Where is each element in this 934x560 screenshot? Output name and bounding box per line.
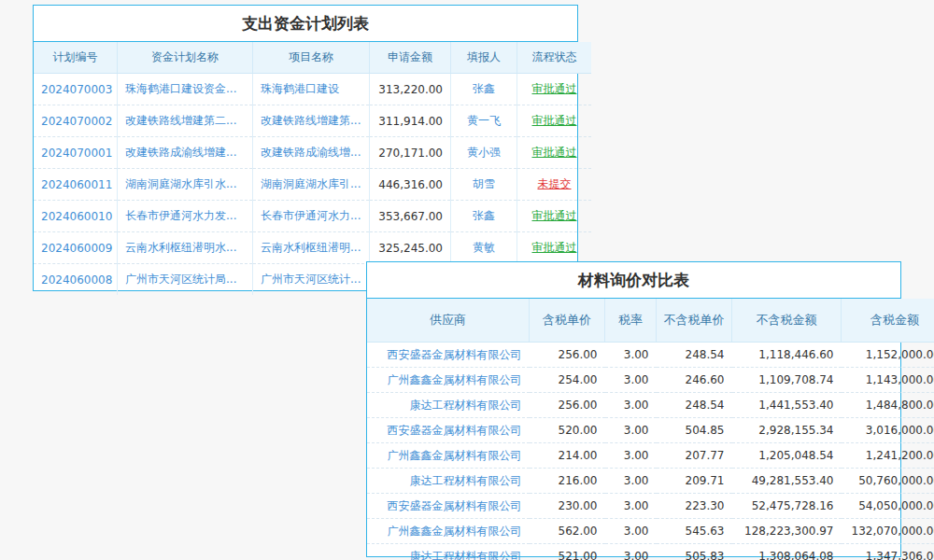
material-cell-unit_price_no_tax: 209.71 xyxy=(657,469,732,494)
expense-cell-amount: 446,316.00 xyxy=(370,169,451,201)
material-cell-amount_no_tax: 1,118,446.60 xyxy=(732,343,842,368)
material-inquiry-panel: 材料询价对比表 供应商含税单价税率不含税单价不含税金额含税金额 西安盛器金属材料… xyxy=(366,261,901,557)
material-cell-tax_rate: 3.00 xyxy=(605,368,657,393)
expense-column-header-status: 流程状态 xyxy=(517,42,592,74)
expense-plan-panel: 支出资金计划列表 计划编号资金计划名称项目名称申请金额填报人流程状态 20240… xyxy=(33,5,578,291)
expense-cell-fund_name[interactable]: 湖南洞庭湖水库引水... xyxy=(118,169,253,201)
material-cell-amount_no_tax: 1,441,553.40 xyxy=(732,393,842,418)
material-cell-unit_price_tax: 256.00 xyxy=(530,343,605,368)
material-cell-unit_price_no_tax: 223.30 xyxy=(657,494,732,519)
expense-column-header-amount: 申请金额 xyxy=(370,42,451,74)
material-cell-amount_tax: 1,241,200.00 xyxy=(842,443,934,469)
material-cell-amount_tax: 3,016,000.00 xyxy=(842,418,934,443)
material-cell-unit_price_no_tax: 505.83 xyxy=(657,544,732,560)
expense-cell-amount: 270,171.00 xyxy=(370,137,451,169)
expense-cell-amount: 313,220.00 xyxy=(370,74,451,105)
material-cell-tax_rate: 3.00 xyxy=(605,343,657,368)
material-cell-tax_rate: 3.00 xyxy=(605,443,657,469)
material-row: 广州鑫鑫金属材料有限公司562.003.00545.63128,223,300.… xyxy=(367,519,934,544)
expense-column-header-reporter: 填报人 xyxy=(451,42,517,74)
expense-cell-plan_no[interactable]: 2024060010 xyxy=(34,201,118,232)
expense-cell-project_name[interactable]: 改建铁路成渝线增... xyxy=(253,137,370,169)
expense-cell-status[interactable]: 审批通过 xyxy=(517,201,592,232)
expense-panel-title: 支出资金计划列表 xyxy=(34,6,577,42)
material-cell-tax_rate: 3.00 xyxy=(605,544,657,560)
expense-header-row: 计划编号资金计划名称项目名称申请金额填报人流程状态 xyxy=(34,42,591,74)
material-cell-unit_price_tax: 230.00 xyxy=(530,494,605,519)
expense-cell-reporter[interactable]: 胡雪 xyxy=(451,169,517,201)
material-cell-tax_rate: 3.00 xyxy=(605,418,657,443)
material-cell-supplier[interactable]: 西安盛器金属材料有限公司 xyxy=(367,343,530,368)
material-cell-supplier[interactable]: 康达工程材料有限公司 xyxy=(367,544,530,560)
expense-cell-fund_name[interactable]: 广州市天河区统计局... xyxy=(118,264,253,296)
expense-cell-fund_name[interactable]: 云南水利枢纽潜明水... xyxy=(118,232,253,264)
material-row: 西安盛器金属材料有限公司520.003.00504.852,928,155.34… xyxy=(367,418,934,443)
expense-row: 2024060011湖南洞庭湖水库引水...湖南洞庭湖水库引...446,316… xyxy=(34,169,591,201)
material-cell-supplier[interactable]: 广州鑫鑫金属材料有限公司 xyxy=(367,519,530,544)
expense-cell-reporter[interactable]: 张鑫 xyxy=(451,74,517,105)
expense-column-header-project_name: 项目名称 xyxy=(253,42,370,74)
material-cell-supplier[interactable]: 康达工程材料有限公司 xyxy=(367,469,530,494)
expense-cell-fund_name[interactable]: 改建铁路线增建第二... xyxy=(118,105,253,137)
material-cell-amount_no_tax: 128,223,300.97 xyxy=(732,519,842,544)
material-cell-tax_rate: 3.00 xyxy=(605,494,657,519)
expense-cell-plan_no[interactable]: 2024070002 xyxy=(34,105,118,137)
material-panel-title: 材料询价对比表 xyxy=(367,262,900,299)
expense-cell-fund_name[interactable]: 长春市伊通河水力发... xyxy=(118,201,253,232)
material-column-header-supplier: 供应商 xyxy=(367,299,530,343)
material-cell-unit_price_no_tax: 545.63 xyxy=(657,519,732,544)
expense-cell-reporter[interactable]: 黄小强 xyxy=(451,137,517,169)
material-column-header-tax_rate: 税率 xyxy=(605,299,657,343)
expense-cell-amount: 311,914.00 xyxy=(370,105,451,137)
expense-cell-project_name[interactable]: 改建铁路线增建第... xyxy=(253,105,370,137)
expense-cell-fund_name[interactable]: 改建铁路成渝线增建... xyxy=(118,137,253,169)
material-cell-supplier[interactable]: 西安盛器金属材料有限公司 xyxy=(367,494,530,519)
material-row: 康达工程材料有限公司216.003.00209.7149,281,553.405… xyxy=(367,469,934,494)
material-inquiry-table: 供应商含税单价税率不含税单价不含税金额含税金额 西安盛器金属材料有限公司256.… xyxy=(367,299,934,560)
material-cell-supplier[interactable]: 广州鑫鑫金属材料有限公司 xyxy=(367,368,530,393)
material-cell-supplier[interactable]: 广州鑫鑫金属材料有限公司 xyxy=(367,443,530,469)
material-row: 康达工程材料有限公司256.003.00248.541,441,553.401,… xyxy=(367,393,934,418)
material-cell-supplier[interactable]: 康达工程材料有限公司 xyxy=(367,393,530,418)
material-row: 康达工程材料有限公司521.003.00505.831,308,064.081,… xyxy=(367,544,934,560)
expense-cell-status[interactable]: 审批通过 xyxy=(517,232,592,264)
expense-cell-status[interactable]: 审批通过 xyxy=(517,105,592,137)
expense-row: 2024070002改建铁路线增建第二...改建铁路线增建第...311,914… xyxy=(34,105,591,137)
expense-cell-plan_no[interactable]: 2024060011 xyxy=(34,169,118,201)
material-column-header-amount_no_tax: 不含税金额 xyxy=(732,299,842,343)
material-cell-unit_price_tax: 256.00 xyxy=(530,393,605,418)
expense-cell-status[interactable]: 审批通过 xyxy=(517,137,592,169)
material-cell-unit_price_no_tax: 246.60 xyxy=(657,368,732,393)
material-column-header-amount_tax: 含税金额 xyxy=(842,299,934,343)
expense-cell-status[interactable]: 审批通过 xyxy=(517,74,592,105)
material-cell-unit_price_tax: 214.00 xyxy=(530,443,605,469)
expense-cell-plan_no[interactable]: 2024060008 xyxy=(34,264,118,296)
expense-cell-project_name[interactable]: 珠海鹤港口建设 xyxy=(253,74,370,105)
expense-cell-reporter[interactable]: 张鑫 xyxy=(451,201,517,232)
material-cell-supplier[interactable]: 西安盛器金属材料有限公司 xyxy=(367,418,530,443)
material-cell-amount_no_tax: 1,205,048.54 xyxy=(732,443,842,469)
material-cell-amount_no_tax: 52,475,728.16 xyxy=(732,494,842,519)
expense-row: 2024070001改建铁路成渝线增建...改建铁路成渝线增...270,171… xyxy=(34,137,591,169)
material-column-header-unit_price_no_tax: 不含税单价 xyxy=(657,299,732,343)
material-row: 广州鑫鑫金属材料有限公司254.003.00246.601,109,708.74… xyxy=(367,368,934,393)
material-cell-unit_price_no_tax: 207.77 xyxy=(657,443,732,469)
expense-cell-plan_no[interactable]: 2024070001 xyxy=(34,137,118,169)
expense-column-header-fund_name: 资金计划名称 xyxy=(118,42,253,74)
expense-cell-plan_no[interactable]: 2024060009 xyxy=(34,232,118,264)
expense-cell-reporter[interactable]: 黄敏 xyxy=(451,232,517,264)
expense-row: 2024070003珠海鹤港口建设资金...珠海鹤港口建设313,220.00张… xyxy=(34,74,591,105)
material-row: 广州鑫鑫金属材料有限公司214.003.00207.771,205,048.54… xyxy=(367,443,934,469)
expense-cell-project_name[interactable]: 湖南洞庭湖水库引... xyxy=(253,169,370,201)
expense-cell-project_name[interactable]: 长春市伊通河水力... xyxy=(253,201,370,232)
material-column-header-unit_price_tax: 含税单价 xyxy=(530,299,605,343)
expense-cell-status[interactable]: 未提交 xyxy=(517,169,592,201)
expense-cell-project_name[interactable]: 云南水利枢纽潜明... xyxy=(253,232,370,264)
expense-plan-table: 计划编号资金计划名称项目名称申请金额填报人流程状态 2024070003珠海鹤港… xyxy=(34,42,591,295)
expense-cell-plan_no[interactable]: 2024070003 xyxy=(34,74,118,105)
expense-cell-fund_name[interactable]: 珠海鹤港口建设资金... xyxy=(118,74,253,105)
material-cell-unit_price_tax: 254.00 xyxy=(530,368,605,393)
expense-cell-reporter[interactable]: 黄一飞 xyxy=(451,105,517,137)
expense-cell-project_name[interactable]: 广州市天河区统计... xyxy=(253,264,370,296)
material-cell-unit_price_tax: 216.00 xyxy=(530,469,605,494)
